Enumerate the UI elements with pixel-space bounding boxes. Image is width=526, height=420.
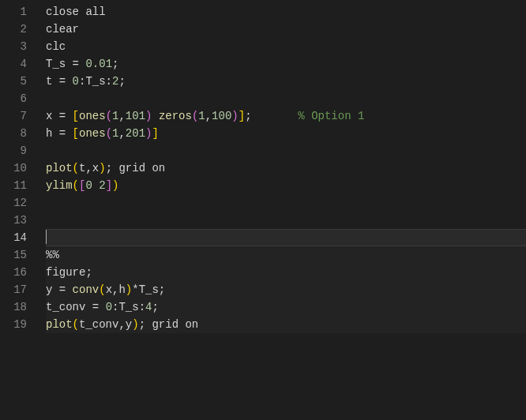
code-token: ( <box>73 318 79 331</box>
code-token: plot <box>46 162 73 174</box>
code-token: 0 <box>73 75 79 88</box>
code-token: clc <box>46 40 66 53</box>
code-token: ] <box>106 179 112 192</box>
code-line[interactable]: y = conv(x,h)*T_s; <box>46 281 526 298</box>
code-line[interactable] <box>46 90 526 107</box>
code-line[interactable]: clc <box>46 38 526 55</box>
code-token: ] <box>239 110 245 122</box>
code-line[interactable]: plot(t,x); grid on <box>46 159 526 177</box>
code-token: x = <box>46 110 73 122</box>
code-token: :T_s: <box>112 301 145 313</box>
code-line[interactable]: clear <box>46 21 526 38</box>
code-token: 100 <box>212 110 231 122</box>
text-cursor <box>46 230 47 244</box>
code-token: 0 <box>106 301 112 313</box>
code-token: ylim <box>46 179 73 192</box>
code-token: % Option 1 <box>298 110 364 122</box>
line-number-gutter: 12345678910111213141516171819 <box>0 3 41 420</box>
code-token: ) <box>132 318 138 331</box>
code-line[interactable]: figure; <box>46 264 526 281</box>
code-token: ) <box>112 179 118 192</box>
current-line-highlight <box>46 229 526 246</box>
line-number: 18 <box>0 298 27 316</box>
code-token: ( <box>99 283 105 296</box>
code-token: ) <box>126 283 132 296</box>
code-token: t,x <box>79 162 99 174</box>
code-token: ( <box>73 162 79 174</box>
code-token: ; <box>112 58 118 70</box>
code-token: ) <box>99 162 105 174</box>
code-line[interactable] <box>46 229 526 246</box>
code-token: , <box>118 127 125 140</box>
code-token: :T_s: <box>79 75 112 88</box>
code-token: ( <box>106 110 112 122</box>
code-editor[interactable]: 12345678910111213141516171819 close allc… <box>0 0 526 420</box>
line-number: 13 <box>0 212 27 229</box>
code-token: ; <box>118 75 125 88</box>
section-highlight <box>46 264 526 281</box>
code-token: , <box>118 110 125 122</box>
line-number: 3 <box>0 38 27 55</box>
code-token: ones <box>79 110 106 122</box>
code-area[interactable]: close allclearclcT_s = 0.01;t = 0:T_s:2;… <box>41 3 526 420</box>
code-line[interactable] <box>46 212 526 229</box>
code-token: %% <box>46 249 59 261</box>
code-token: ( <box>73 179 79 192</box>
code-token: ( <box>106 127 112 140</box>
code-token: *T_s; <box>132 283 165 296</box>
code-token: conv <box>73 283 100 296</box>
line-number: 19 <box>0 316 27 333</box>
code-token: T_s = <box>46 58 85 70</box>
code-token: h = <box>46 127 73 140</box>
line-number: 4 <box>0 55 27 73</box>
line-number: 17 <box>0 281 27 298</box>
code-line[interactable]: t = 0:T_s:2; <box>46 73 526 90</box>
code-token: ] <box>152 127 158 140</box>
code-token: 1 <box>198 110 205 122</box>
code-token <box>92 179 99 192</box>
code-token: 0 <box>85 179 92 192</box>
code-line[interactable]: h = [ones(1,201)] <box>46 125 526 142</box>
code-line[interactable]: ylim([0 2]) <box>46 177 526 194</box>
line-number: 5 <box>0 73 27 90</box>
code-token: 101 <box>126 110 145 122</box>
code-token <box>152 110 158 122</box>
code-token: zeros <box>159 110 192 122</box>
code-line[interactable]: plot(t_conv,y); grid on <box>46 316 526 333</box>
code-token: t_conv = <box>46 301 106 313</box>
line-number: 1 <box>0 3 27 21</box>
code-token: ; grid on <box>139 318 199 331</box>
code-token: , <box>205 110 212 122</box>
code-token: ; grid on <box>106 162 166 174</box>
code-token: [ <box>73 110 79 122</box>
code-token: 201 <box>126 127 145 140</box>
code-line[interactable]: close all <box>46 3 526 21</box>
line-number: 14 <box>0 229 27 246</box>
code-token: 2 <box>99 179 105 192</box>
line-number: 9 <box>0 142 27 159</box>
line-number: 8 <box>0 125 27 142</box>
code-line[interactable]: T_s = 0.01; <box>46 55 526 73</box>
code-token: [ <box>73 127 79 140</box>
code-token: ) <box>231 110 238 122</box>
line-number: 16 <box>0 264 27 281</box>
code-token: ones <box>79 127 106 140</box>
code-line[interactable] <box>46 142 526 159</box>
code-token: t_conv,y <box>79 318 132 331</box>
line-number: 6 <box>0 90 27 107</box>
section-highlight <box>46 246 526 264</box>
code-token: clear <box>46 23 79 36</box>
line-number: 7 <box>0 107 27 125</box>
code-line[interactable] <box>46 194 526 212</box>
line-number: 15 <box>0 246 27 264</box>
code-token: ; <box>245 110 298 122</box>
line-number: 12 <box>0 194 27 212</box>
code-line[interactable]: t_conv = 0:T_s:4; <box>46 298 526 316</box>
code-token: plot <box>46 318 73 331</box>
line-number: 10 <box>0 159 27 177</box>
line-number: 2 <box>0 21 27 38</box>
code-token: figure; <box>46 266 92 279</box>
code-token: t = <box>46 75 73 88</box>
code-line[interactable]: x = [ones(1,101) zeros(1,100)]; % Option… <box>46 107 526 125</box>
code-line[interactable]: %% <box>46 246 526 264</box>
